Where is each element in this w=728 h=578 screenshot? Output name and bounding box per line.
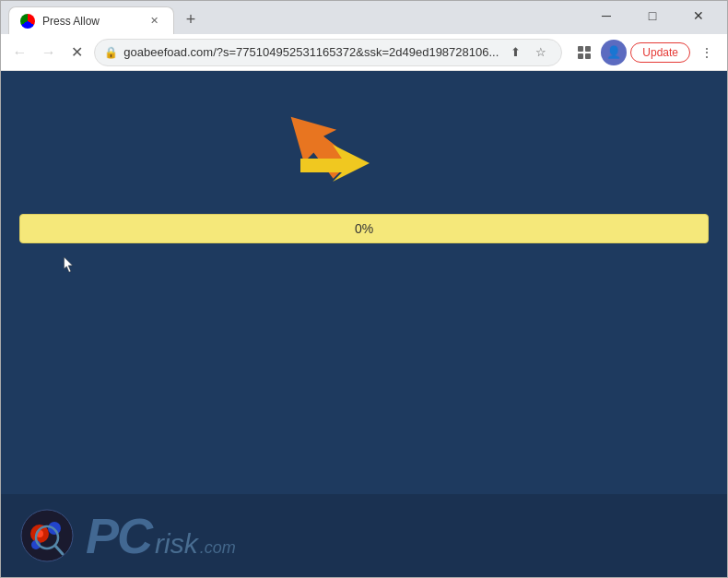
- bookmark-icon[interactable]: ☆: [530, 41, 552, 64]
- address-actions: ⬆ ☆: [504, 41, 552, 64]
- forward-button[interactable]: →: [37, 38, 60, 67]
- new-tab-button[interactable]: +: [178, 6, 204, 32]
- progress-text: 0%: [355, 221, 373, 236]
- svg-rect-2: [578, 53, 583, 59]
- pcrisk-logo-icon: [19, 508, 75, 563]
- logo-dotcom: .com: [200, 538, 236, 558]
- browser-window: Press Allow ✕ + ─ □ ✕ ← → ✕ �: [0, 0, 728, 578]
- progress-bar: 0%: [19, 214, 709, 243]
- tab-favicon: [20, 14, 35, 29]
- tab-area: Press Allow ✕ +: [8, 1, 580, 34]
- nav-bar: ← → ✕ 🔒 goabeefoad.com/?s=77510495253116…: [1, 34, 727, 71]
- logo-text-area: PC risk .com: [86, 507, 236, 564]
- browser-actions: 👤 Update ⋮: [571, 40, 720, 65]
- window-controls: ─ □ ✕: [585, 3, 720, 29]
- maximize-icon: □: [649, 8, 656, 23]
- svg-rect-3: [585, 53, 591, 59]
- refresh-button[interactable]: ✕: [65, 38, 88, 67]
- extensions-icon[interactable]: [571, 40, 597, 65]
- close-icon: ✕: [693, 8, 704, 23]
- forward-icon: →: [41, 44, 56, 61]
- menu-icon[interactable]: ⋮: [694, 40, 720, 65]
- back-icon: ←: [13, 44, 28, 61]
- cursor-icon: [64, 257, 75, 274]
- title-bar: Press Allow ✕ + ─ □ ✕: [1, 1, 727, 34]
- profile-button[interactable]: 👤: [601, 40, 627, 65]
- progress-section: 0%: [19, 214, 709, 243]
- back-button[interactable]: ←: [8, 38, 31, 67]
- maximize-button[interactable]: □: [631, 3, 674, 29]
- close-button[interactable]: ✕: [677, 3, 720, 29]
- tab-title: Press Allow: [42, 15, 100, 28]
- svg-rect-1: [585, 46, 591, 52]
- minimize-button[interactable]: ─: [585, 3, 628, 29]
- logo-area: PC risk .com: [1, 494, 727, 577]
- arrows-container: [241, 94, 406, 232]
- profile-icon: 👤: [606, 45, 621, 59]
- address-bar[interactable]: 🔒 goabeefoad.com/?s=775104952531165372&s…: [94, 39, 562, 66]
- update-button[interactable]: Update: [630, 42, 690, 63]
- url-text: goabeefoad.com/?s=775104952531165372&ssk…: [123, 45, 499, 59]
- svg-marker-4: [65, 257, 73, 272]
- share-icon[interactable]: ⬆: [504, 41, 526, 64]
- tab-close-button[interactable]: ✕: [146, 13, 162, 29]
- refresh-icon: ✕: [71, 43, 83, 61]
- active-tab[interactable]: Press Allow ✕: [8, 6, 174, 34]
- logo-risk: risk: [155, 528, 198, 560]
- minimize-icon: ─: [602, 8, 611, 23]
- page-content: 0% PC risk: [1, 71, 727, 577]
- lock-icon: 🔒: [104, 46, 118, 59]
- svg-rect-0: [578, 46, 583, 52]
- logo-pc: PC: [86, 507, 151, 564]
